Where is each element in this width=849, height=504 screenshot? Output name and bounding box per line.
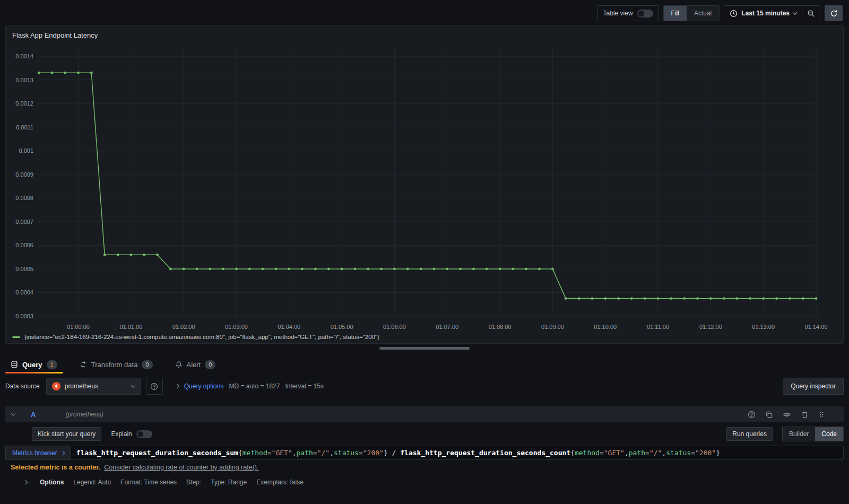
query-expression: flask_http_request_duration_seconds_sum{… bbox=[76, 449, 720, 457]
query-expression-input[interactable]: flask_http_request_duration_seconds_sum{… bbox=[71, 446, 844, 460]
query-inspector-button[interactable]: Query inspector bbox=[783, 378, 844, 395]
svg-text:01:05:00: 01:05:00 bbox=[331, 324, 353, 330]
tab-query-label: Query bbox=[22, 361, 42, 369]
chevron-right-icon bbox=[175, 384, 179, 388]
panel-resize-handle[interactable] bbox=[379, 347, 470, 350]
chevron-down-icon bbox=[131, 383, 135, 387]
run-queries-button[interactable]: Run queries bbox=[726, 427, 773, 441]
panel-title: Flask App Endpoint Latency bbox=[12, 31, 98, 39]
option-format: Format: Time series bbox=[120, 479, 177, 486]
datasource-name: prometheus bbox=[65, 383, 127, 390]
svg-text:01:00:00: 01:00:00 bbox=[67, 324, 90, 330]
tab-query-count: 1 bbox=[47, 360, 57, 369]
zoom-out-button[interactable] bbox=[802, 6, 820, 21]
drag-handle-icon[interactable] bbox=[818, 411, 825, 418]
tab-alert-label: Alert bbox=[187, 361, 201, 369]
datasource-help-button[interactable] bbox=[146, 378, 163, 395]
table-view-toggle[interactable] bbox=[637, 10, 653, 18]
bell-icon bbox=[175, 361, 183, 368]
refresh-icon bbox=[830, 10, 838, 18]
time-picker-group: Last 15 minutes bbox=[724, 5, 820, 21]
query-row: A (prometheus) Kick start your query Exp… bbox=[5, 406, 844, 486]
option-type: Type: Range bbox=[211, 479, 247, 486]
svg-text:01:02:00: 01:02:00 bbox=[172, 324, 195, 330]
fill-actual-switch: Fill Actual bbox=[663, 5, 720, 21]
duplicate-icon[interactable] bbox=[765, 411, 773, 419]
query-toolbar: Kick start your query Explain Run querie… bbox=[5, 427, 844, 441]
chevron-right-icon bbox=[60, 450, 64, 455]
transform-icon bbox=[80, 361, 87, 368]
svg-text:0.0011: 0.0011 bbox=[16, 124, 33, 131]
svg-text:01:08:00: 01:08:00 bbox=[489, 324, 512, 330]
toggle-knob bbox=[638, 11, 644, 16]
svg-text:0.0003: 0.0003 bbox=[15, 313, 33, 319]
svg-text:0.0006: 0.0006 bbox=[15, 242, 33, 248]
refresh-button[interactable] bbox=[825, 5, 843, 21]
tab-transform[interactable]: Transform data 0 bbox=[74, 355, 158, 373]
help-icon bbox=[150, 383, 158, 390]
svg-text:01:10:00: 01:10:00 bbox=[594, 324, 617, 330]
clock-icon bbox=[730, 10, 738, 18]
svg-text:01:11:00: 01:11:00 bbox=[647, 324, 669, 330]
zoom-out-icon bbox=[807, 10, 815, 18]
legend-series-swatch bbox=[12, 336, 20, 338]
editor-mode-switch: Builder Code bbox=[782, 427, 844, 441]
chevron-right-icon[interactable] bbox=[23, 480, 28, 484]
table-view-group: Table view bbox=[597, 5, 659, 21]
svg-text:01:14:00: 01:14:00 bbox=[805, 324, 828, 330]
tab-alert-count: 0 bbox=[205, 360, 215, 369]
option-step: Step: bbox=[186, 479, 201, 486]
actual-option[interactable]: Actual bbox=[687, 6, 719, 21]
svg-text:0.0005: 0.0005 bbox=[15, 266, 33, 272]
svg-text:01:04:00: 01:04:00 bbox=[278, 324, 300, 330]
query-ref-id: A bbox=[31, 411, 36, 419]
metrics-browser-label: Metrics browser bbox=[12, 449, 57, 457]
builder-mode-option[interactable]: Builder bbox=[783, 427, 815, 441]
query-options-row: Options Legend: Auto Format: Time series… bbox=[5, 479, 844, 486]
eye-icon[interactable] bbox=[783, 411, 791, 419]
explain-label: Explain bbox=[111, 430, 132, 438]
explain-toggle[interactable] bbox=[136, 430, 152, 438]
datasource-bar: Data source prometheus Query options MD … bbox=[5, 378, 844, 395]
svg-text:01:07:00: 01:07:00 bbox=[436, 324, 458, 330]
time-range-label: Last 15 minutes bbox=[741, 10, 790, 17]
editor-tabbar: Query 1 Transform data 0 Alert 0 bbox=[5, 355, 844, 373]
metrics-browser-button[interactable]: Metrics browser bbox=[5, 446, 71, 460]
option-legend: Legend: Auto bbox=[73, 479, 111, 486]
explain-group: Explain bbox=[111, 430, 152, 438]
svg-text:01:09:00: 01:09:00 bbox=[541, 324, 564, 330]
svg-text:0.0009: 0.0009 bbox=[15, 171, 33, 178]
svg-text:0.0008: 0.0008 bbox=[15, 195, 33, 201]
trash-icon[interactable] bbox=[801, 411, 809, 419]
warning-text: Selected metric is a counter. bbox=[11, 464, 100, 471]
svg-text:0.0007: 0.0007 bbox=[15, 219, 33, 225]
kick-start-button[interactable]: Kick start your query bbox=[32, 427, 101, 441]
query-options-toggle[interactable]: Query options bbox=[184, 383, 224, 390]
tab-query[interactable]: Query 1 bbox=[5, 355, 63, 373]
option-exemplars: Exemplars: false bbox=[256, 479, 304, 486]
query-datasource-hint: (prometheus) bbox=[65, 411, 103, 418]
datasource-select[interactable]: prometheus bbox=[46, 378, 141, 395]
chevron-down-icon bbox=[793, 10, 797, 14]
latency-chart[interactable]: 0.00140.00130.00120.00110.0010.00090.000… bbox=[10, 42, 839, 336]
warning-rate-link[interactable]: Consider calculating rate of counter by … bbox=[104, 464, 258, 471]
help-icon[interactable] bbox=[748, 411, 756, 419]
svg-text:0.0013: 0.0013 bbox=[15, 77, 33, 83]
time-range-button[interactable]: Last 15 minutes bbox=[724, 6, 802, 21]
toggle-knob bbox=[137, 431, 143, 437]
query-row-actions bbox=[748, 411, 837, 419]
code-mode-option[interactable]: Code bbox=[815, 427, 843, 441]
svg-text:01:12:00: 01:12:00 bbox=[699, 324, 722, 330]
svg-text:0.0012: 0.0012 bbox=[15, 100, 33, 107]
query-row-header[interactable]: A (prometheus) bbox=[5, 406, 844, 422]
svg-text:01:03:00: 01:03:00 bbox=[225, 324, 248, 330]
query-editor: Metrics browser flask_http_request_durat… bbox=[5, 446, 844, 460]
options-title: Options bbox=[40, 479, 64, 486]
svg-text:01:06:00: 01:06:00 bbox=[383, 324, 406, 330]
chart-legend[interactable]: {instance="ec2-184-169-216-224.us-west-1… bbox=[12, 334, 379, 340]
svg-text:0.001: 0.001 bbox=[19, 147, 33, 154]
tab-alert[interactable]: Alert 0 bbox=[170, 355, 221, 373]
tab-transform-label: Transform data bbox=[91, 361, 138, 369]
fill-option[interactable]: Fill bbox=[664, 6, 687, 21]
collapse-chevron-icon[interactable] bbox=[11, 411, 15, 415]
